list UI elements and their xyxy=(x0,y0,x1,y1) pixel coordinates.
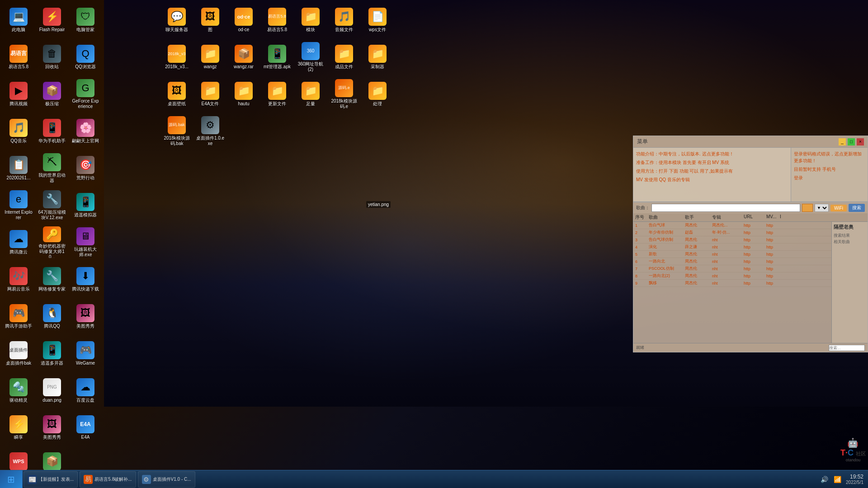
icon-e4a[interactable]: E4A E4A xyxy=(69,410,102,445)
icon-computer[interactable]: 💻 此电脑 xyxy=(2,2,35,38)
icon-meitu2[interactable]: 🖼 美图秀秀 xyxy=(36,410,68,445)
pianpian-icon-img: 🌸 xyxy=(76,119,94,137)
icon-2018kmokuai[interactable]: 源码.e 2018k模块源码.e xyxy=(328,76,360,112)
icon-tencentwx[interactable]: ☁ 腾讯微云 xyxy=(2,225,35,260)
icon-meitushow[interactable]: 🖼 美图秀秀 xyxy=(69,299,102,334)
search-button[interactable]: 搜索 xyxy=(849,204,865,212)
icon-e4afiles[interactable]: 📁 E4A文件 xyxy=(194,76,226,112)
2018kmokuai2-icon-img: 源码.bak xyxy=(168,116,186,134)
icon-2018kmokuai2[interactable]: 源码.bak 2018k模块源码.bak xyxy=(160,113,193,149)
app-right-text3: 登录 xyxy=(794,174,865,181)
icon-yinpinfiles[interactable]: 🎵 音频文件 xyxy=(328,2,360,38)
icon-2020-label: 20200261... xyxy=(7,175,31,181)
yinpinfiles-icon-img: 🎵 xyxy=(335,8,353,26)
icon-wangzrar[interactable]: 📦 wangz.rar xyxy=(227,39,260,75)
icon-geforce[interactable]: G GeForce Experience xyxy=(69,76,102,112)
wps2019-icon-img: WPS xyxy=(9,452,28,470)
icon-drivergenius[interactable]: 🔩 驱动精灵 xyxy=(2,373,35,408)
icon-neteasemusic[interactable]: 🎶 网易云音乐 xyxy=(2,262,35,297)
table-row[interactable]: 5 新歌 周杰伦 nht http http xyxy=(633,251,831,258)
icon-duan-png[interactable]: PNG duan.png xyxy=(36,373,68,408)
zuliang-icon-img: 📁 xyxy=(302,82,320,100)
taskbar-news-icon: 📰 xyxy=(28,475,37,484)
icon-mod64[interactable]: 🔧 64万能压缩模 块V.12.exe xyxy=(36,188,68,223)
icon-od-ce[interactable]: od·ce od·ce xyxy=(227,2,260,38)
icon-tu[interactable]: 🖼 图 xyxy=(194,2,226,38)
icon-zhuomiancha[interactable]: ⚙ 桌面插件1.0.exe xyxy=(194,113,226,149)
icon-chuli[interactable]: 📁 处理 xyxy=(361,76,394,112)
icon-gengxinfiles[interactable]: 📁 更新文件 xyxy=(261,76,293,112)
color-picker[interactable] xyxy=(802,204,813,212)
icon-qijihost[interactable]: 🔑 奇妙把机器密码修复大师10... xyxy=(36,225,68,260)
icon-tencentqq[interactable]: 🐧 腾讯QQ xyxy=(36,299,68,334)
table-row[interactable]: 4 演化 薛之谦 nht http http xyxy=(633,244,831,251)
icon-myworld[interactable]: ⛏ 我的世界启动器 xyxy=(36,150,68,186)
taskbar-item-news[interactable]: 📰 【新提醒】发表... xyxy=(24,471,78,488)
icon-wangluofix[interactable]: 🔧 网络修复专家 xyxy=(36,262,68,297)
icon-mokuai[interactable]: 📁 模块 xyxy=(294,2,327,38)
icon-chengpin[interactable]: 📁 成品文件 xyxy=(328,39,360,75)
start-button[interactable]: ⊞ xyxy=(0,470,23,488)
icon-qqbrowser[interactable]: Q QQ浏览器 xyxy=(69,39,102,75)
app-text-line4: MV 发使用 QQ 音乐的专辑 xyxy=(636,176,788,183)
wifi-button[interactable]: WiFi xyxy=(830,205,847,211)
table-row[interactable]: 6 一路向北 周杰伦 nht http http xyxy=(633,258,831,265)
toolbar-label: 歌曲： xyxy=(636,205,650,211)
icon-pianpian-label: 翩翩天上官网 xyxy=(72,138,99,144)
bottom-search-input[interactable] xyxy=(829,345,865,351)
table-row[interactable]: 2 年少有你仿制 赵磊 年·时·仿... http http xyxy=(633,229,831,236)
icon-ie-label: Internet Explorer xyxy=(4,210,33,221)
taskbar-tray: 🔊 📶 19:52 2022/5/1 xyxy=(820,474,868,485)
icon-qqmusic[interactable]: 🎵 QQ音乐 xyxy=(2,113,35,149)
icon-instant[interactable]: ⚡ 瞬享 xyxy=(2,410,35,445)
icon-mtmanager[interactable]: 📱 mt管理器.apk xyxy=(261,39,293,75)
icon-shouyouhelper[interactable]: 🎮 腾讯手游助手 xyxy=(2,299,35,334)
icon-tencentdown[interactable]: ⬇ 腾讯快递下载 xyxy=(69,262,102,297)
table-row[interactable]: 9 飘移 周杰伦 nht http http xyxy=(633,280,831,287)
right-sidebar-label: 隔壁老奥 xyxy=(834,224,866,230)
app-right-text2: 目前暂时支持 手机号 xyxy=(794,166,865,173)
icon-flash-repair[interactable]: ⚡ Flash Repair xyxy=(36,2,68,38)
icon-wangyou[interactable]: 🖥 玩越装机大 师.exe xyxy=(69,225,102,260)
icon-wilderness[interactable]: 🎯 荒野行动 xyxy=(69,150,102,186)
icon-huishouzhan[interactable]: 🗑 回收站 xyxy=(36,39,68,75)
icon-wangz[interactable]: 📁 wangz xyxy=(194,39,226,75)
icon-qqmusic-label: QQ音乐 xyxy=(10,138,27,144)
icon-wegame[interactable]: 🎮 WeGame xyxy=(69,336,102,371)
icon-deskplugin-bak[interactable]: 桌面插件 桌面插件bak xyxy=(2,336,35,371)
icon-hautu[interactable]: 📁 hautu xyxy=(227,76,260,112)
taskbar-item-desk-plugin[interactable]: ⚙ 桌面插件V1.0 - C... xyxy=(138,471,195,488)
maximize-button[interactable]: □ xyxy=(848,138,855,145)
taskbar-desk-plugin-icon: ⚙ xyxy=(142,475,151,484)
icon-cloud189[interactable]: ☁ 百度云盘 xyxy=(69,373,102,408)
icon-360wangzhi2[interactable]: 360 360网址导航(2) xyxy=(294,39,327,75)
icon-zhuomianbizhi[interactable]: 🖼 桌面壁纸 xyxy=(160,76,193,112)
table-row[interactable]: 1 告白气球 周杰伦 周杰伦... http http xyxy=(633,222,831,229)
icon-yiyu58[interactable]: 易语言 易语言5.8 xyxy=(2,39,35,75)
table-row[interactable]: 7 PSCOOL仿制 周杰伦 nht http http xyxy=(633,265,831,272)
close-button[interactable]: × xyxy=(857,138,864,145)
tray-sound-icon[interactable]: 🔊 xyxy=(820,475,829,484)
icon-2018kv3[interactable]: 2018k_v3 2018k_v3... xyxy=(160,39,193,75)
tray-network-icon[interactable]: 📶 xyxy=(833,475,842,484)
icon-2020[interactable]: 📋 20200261... xyxy=(2,150,35,186)
icon-zuliang[interactable]: 📁 足量 xyxy=(294,76,327,112)
table-row[interactable]: 8 一路向北(2) 周杰伦 nht http http xyxy=(633,272,831,280)
icon-caizhi[interactable]: 📁 采制器 xyxy=(361,39,394,75)
minimize-button[interactable]: _ xyxy=(839,138,846,145)
icon-bandzip[interactable]: 📦 极压缩 xyxy=(36,76,68,112)
icon-diannaoguan[interactable]: 🛡 电脑管家 xyxy=(69,2,102,38)
app-title: 菜单 xyxy=(637,138,648,145)
icon-woda[interactable]: 📱 逍遥多开器 xyxy=(36,336,68,371)
icon-ie[interactable]: e Internet Explorer xyxy=(2,188,35,223)
icon-huawei[interactable]: 📱 华为手机助手 xyxy=(36,113,68,149)
table-row[interactable]: 3 告白气球仿制 周杰伦 nht http http xyxy=(633,236,831,244)
icon-lumos[interactable]: 📱 逍遥模拟器 xyxy=(69,188,102,223)
icon-chatservice[interactable]: 💬 聊天服务器 xyxy=(160,2,193,38)
icon-pianpian[interactable]: 🌸 翩翩天上官网 xyxy=(69,113,102,149)
taskbar-item-yiyu[interactable]: 易 易语言5.8破解补... xyxy=(80,471,136,488)
icon-yiyu2[interactable]: 易语言5.8 易语言5.8 xyxy=(261,2,293,38)
dropdown-select[interactable]: ▼ xyxy=(815,204,829,212)
icon-wpsfiles[interactable]: 📄 wps文件 xyxy=(361,2,394,38)
icon-tencentvideo[interactable]: ▶ 腾讯视频 xyxy=(2,76,35,112)
